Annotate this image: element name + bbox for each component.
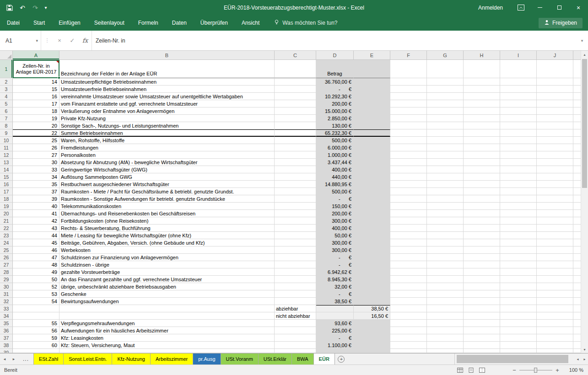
cell-K12[interactable] xyxy=(573,151,581,159)
cancel-entry-icon[interactable]: × xyxy=(53,37,66,44)
cell-D31[interactable]: - € xyxy=(316,290,354,298)
cell-J12[interactable] xyxy=(537,151,573,159)
cell-D30[interactable]: 32,00 € xyxy=(316,283,354,290)
cell-G28[interactable] xyxy=(427,268,464,276)
cell-I22[interactable] xyxy=(500,225,537,232)
cell-D17[interactable]: 500,00 € xyxy=(316,188,354,195)
column-header-E[interactable]: E xyxy=(354,51,390,59)
cell-F11[interactable] xyxy=(390,144,427,151)
cell-J8[interactable] xyxy=(537,122,573,129)
row-header-3[interactable]: 3 xyxy=(0,86,13,93)
cell-G5[interactable] xyxy=(427,100,464,107)
cell-H13[interactable] xyxy=(464,159,500,166)
column-header-A[interactable]: A xyxy=(13,51,59,59)
cell-I13[interactable] xyxy=(500,159,537,166)
cell-K3[interactable] xyxy=(573,86,581,93)
cell-C36[interactable] xyxy=(275,327,316,334)
cell-E37[interactable] xyxy=(354,334,390,342)
cell-F39[interactable] xyxy=(390,349,427,353)
cell-F25[interactable] xyxy=(390,246,427,254)
cell-G19[interactable] xyxy=(427,203,464,210)
minimize-button[interactable] xyxy=(530,0,550,15)
cell-K7[interactable] xyxy=(573,115,581,122)
cell-B37[interactable]: Kfz: Leasingkosten xyxy=(59,334,275,342)
cell-C37[interactable] xyxy=(275,334,316,342)
cell-H29[interactable] xyxy=(464,276,500,283)
cell-F8[interactable] xyxy=(390,122,427,129)
cell-A30[interactable]: 52 xyxy=(13,283,59,290)
sheet-nav-right-icon[interactable]: ▸ xyxy=(9,354,18,364)
row-header-15[interactable]: 15 xyxy=(0,173,13,181)
cell-G20[interactable] xyxy=(427,210,464,217)
cell-E30[interactable] xyxy=(354,283,390,290)
cell-H38[interactable] xyxy=(464,342,500,349)
cell-I14[interactable] xyxy=(500,166,537,173)
cell-J20[interactable] xyxy=(537,210,573,217)
cell-I7[interactable] xyxy=(500,115,537,122)
cell-E39[interactable] xyxy=(354,349,390,353)
cell-A24[interactable]: 45 xyxy=(13,239,59,246)
cell-C19[interactable] xyxy=(275,203,316,210)
cell-J28[interactable] xyxy=(537,268,573,276)
cell-F20[interactable] xyxy=(390,210,427,217)
cell-H7[interactable] xyxy=(464,115,500,122)
cell-B28[interactable]: gezahlte Vorsteuerbeträge xyxy=(59,268,275,276)
row-header-23[interactable]: 23 xyxy=(0,232,13,239)
column-header-I[interactable]: I xyxy=(500,51,537,59)
row-header-29[interactable]: 29 xyxy=(0,276,13,283)
cell-B9[interactable]: Summe Betriebseinnahmen xyxy=(59,129,275,137)
cell-E7[interactable] xyxy=(354,115,390,122)
cell-G18[interactable] xyxy=(427,195,464,203)
cell-H17[interactable] xyxy=(464,188,500,195)
cell-E18[interactable] xyxy=(354,195,390,203)
cell-I34[interactable] xyxy=(500,312,537,320)
cell-K32[interactable] xyxy=(573,298,581,305)
cell-I36[interactable] xyxy=(500,327,537,334)
row-header-22[interactable]: 22 xyxy=(0,225,13,232)
cell-C3[interactable] xyxy=(275,86,316,93)
cell-C4[interactable] xyxy=(275,93,316,100)
cell-F29[interactable] xyxy=(390,276,427,283)
tell-me-box[interactable]: Was möchten Sie tun? xyxy=(274,15,337,31)
cell-B22[interactable]: Rechts- & Steuerberatung, Buchführung xyxy=(59,225,275,232)
cell-J15[interactable] xyxy=(537,173,573,181)
zoom-out-button[interactable]: − xyxy=(509,367,519,374)
cell-I31[interactable] xyxy=(500,290,537,298)
cell-E28[interactable] xyxy=(354,268,390,276)
cell-I37[interactable] xyxy=(500,334,537,342)
scroll-up-icon[interactable]: ▴ xyxy=(581,51,588,58)
cell-C9[interactable] xyxy=(275,129,316,137)
cell-K35[interactable] xyxy=(573,320,581,327)
formula-bar-expand-icon[interactable]: ▾ xyxy=(576,31,588,50)
cell-D5[interactable]: 200,00 € xyxy=(316,100,354,107)
row-header-19[interactable]: 19 xyxy=(0,203,13,210)
cell-A37[interactable]: 59 xyxy=(13,334,59,342)
cell-K22[interactable] xyxy=(573,225,581,232)
cell-B34[interactable] xyxy=(59,312,275,320)
cell-J33[interactable] xyxy=(537,305,573,312)
cell-F1[interactable] xyxy=(390,60,427,78)
cell-G17[interactable] xyxy=(427,188,464,195)
cell-K31[interactable] xyxy=(573,290,581,298)
cell-J30[interactable] xyxy=(537,283,573,290)
row-header-6[interactable]: 6 xyxy=(0,107,13,115)
select-all-button[interactable] xyxy=(0,51,13,59)
sheet-overflow-indicator[interactable]: ... xyxy=(18,354,33,364)
cell-I39[interactable] xyxy=(500,349,537,353)
cell-G8[interactable] xyxy=(427,122,464,129)
cell-B3[interactable]: Umsatzsteuerfreie Betriebseinnahmen xyxy=(59,86,275,93)
cell-K6[interactable] xyxy=(573,107,581,115)
column-header-F[interactable]: F xyxy=(390,51,427,59)
cell-D32[interactable]: 38,50 € xyxy=(316,298,354,305)
cell-I24[interactable] xyxy=(500,239,537,246)
cell-G15[interactable] xyxy=(427,173,464,181)
cell-A15[interactable]: 34 xyxy=(13,173,59,181)
cell-J17[interactable] xyxy=(537,188,573,195)
row-header-35[interactable]: 35 xyxy=(0,320,13,327)
cell-G32[interactable] xyxy=(427,298,464,305)
cell-B31[interactable]: Geschenke xyxy=(59,290,275,298)
cell-B39[interactable] xyxy=(59,349,275,353)
cell-B25[interactable]: Werbekosten xyxy=(59,246,275,254)
cell-I15[interactable] xyxy=(500,173,537,181)
cell-J6[interactable] xyxy=(537,107,573,115)
